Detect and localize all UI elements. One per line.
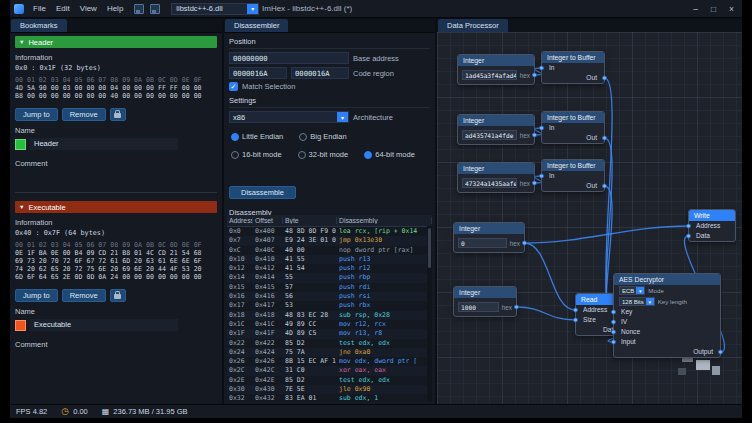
output-pin[interactable] xyxy=(718,350,723,355)
hex-preview: 00 01 02 03 04 05 06 07 08 09 0A 0B 0C 0… xyxy=(15,76,217,100)
input-pin[interactable] xyxy=(539,126,544,131)
jump-to-button[interactable]: Jump to xyxy=(15,289,58,302)
table-scrollbar[interactable] xyxy=(427,226,432,401)
table-row[interactable]: 0x240x42475 7Ajne 0xa0 xyxy=(227,348,432,357)
radio-16-bit-mode[interactable]: 16-bit mode xyxy=(231,150,282,159)
node-int1[interactable]: Integer1ad45a3f4afad4hex xyxy=(457,54,535,85)
node-int2[interactable]: Integerad435741a4fdehex xyxy=(457,114,535,145)
color-swatch[interactable] xyxy=(15,320,26,331)
radio-64-bit-mode[interactable]: 64-bit mode xyxy=(364,150,415,159)
radio-big-endian[interactable]: Big Endian xyxy=(299,132,346,141)
mode-select[interactable]: ECB▾ xyxy=(619,286,645,295)
table-row[interactable]: 0x180x41848 83 EC 28sub rsp, 0x28 xyxy=(227,311,432,320)
bookmark-header[interactable]: ▼Header xyxy=(15,36,217,48)
cell-address: 0x10 xyxy=(227,255,253,264)
node-buf2[interactable]: Integer to BufferInOut xyxy=(541,111,605,144)
code-region-end-input[interactable]: 0000016A xyxy=(291,67,349,79)
architecture-select[interactable]: x86 ▾ xyxy=(229,111,349,123)
output-pin[interactable] xyxy=(532,73,537,78)
node-buf1[interactable]: Integer to BufferInOut xyxy=(541,51,605,84)
table-row[interactable]: 0x150x41557push rdi xyxy=(227,283,432,292)
lock-button[interactable] xyxy=(110,108,126,121)
table-row[interactable]: 0x140x41455push rbp xyxy=(227,273,432,282)
match-selection-checkbox[interactable]: ✓ Match Selection xyxy=(229,82,430,91)
minimize-button[interactable]: – xyxy=(693,4,698,14)
node-write[interactable]: WriteAddressData xyxy=(688,209,736,242)
save-icon[interactable] xyxy=(134,4,144,14)
radio-little-endian[interactable]: Little Endian xyxy=(231,132,283,141)
menu-help[interactable]: Help xyxy=(102,4,128,13)
table-row[interactable]: 0x170x41753push rbx xyxy=(227,301,432,310)
table-row[interactable]: 0xC0x40C40 00nop dword ptr [rax] xyxy=(227,246,432,255)
input-pin[interactable] xyxy=(573,308,578,313)
integer-value-input[interactable]: 47324a1435aafe xyxy=(462,178,517,188)
table-row[interactable]: 0x1C0x41C49 89 CCmov r12, rcx xyxy=(227,320,432,329)
input-pin[interactable] xyxy=(539,66,544,71)
table-row[interactable]: 0x00x40048 8D 0D F9 0lea rcx, [rip + 0x1… xyxy=(227,227,432,236)
bookmark-name-input[interactable]: Header xyxy=(30,138,178,150)
input-pin[interactable] xyxy=(611,310,616,315)
cell-disassembly: push r12 xyxy=(337,264,432,273)
input-pin[interactable] xyxy=(539,174,544,179)
table-row[interactable]: 0x120x41241 54push r12 xyxy=(227,264,432,273)
bookmark-name-input[interactable]: Executable xyxy=(30,319,178,331)
scrollbar-thumb[interactable] xyxy=(428,228,431,268)
input-pin[interactable] xyxy=(686,224,691,229)
output-pin[interactable] xyxy=(602,136,607,141)
menu-edit[interactable]: Edit xyxy=(51,4,75,13)
integer-value-input[interactable]: ad435741a4fde xyxy=(462,130,517,140)
node-buf3[interactable]: Integer to BufferInOut xyxy=(541,159,605,192)
remove-button[interactable]: Remove xyxy=(62,108,106,121)
save-all-icon[interactable] xyxy=(150,4,160,14)
tab-disassembler[interactable]: Disassembler xyxy=(225,19,288,32)
node-int4[interactable]: Integer0hex xyxy=(453,222,525,253)
output-pin[interactable] xyxy=(602,76,607,81)
table-row[interactable]: 0x2E0x42E85 D2test edx, edx xyxy=(227,376,432,385)
table-row[interactable]: 0x160x41656push rsi xyxy=(227,292,432,301)
table-row[interactable]: 0x320x43283 EA 01sub edx, 1 xyxy=(227,394,432,401)
bookmark-header[interactable]: ▼Executable xyxy=(15,201,217,213)
node-int5[interactable]: Integer1000hex xyxy=(453,286,517,317)
disassemble-button[interactable]: Disassemble xyxy=(229,186,296,199)
output-pin[interactable] xyxy=(532,181,537,186)
output-pin[interactable] xyxy=(514,305,519,310)
table-row[interactable]: 0x260x4268B 15 EC AF 1mov edx, dword ptr… xyxy=(227,357,432,366)
table-row[interactable]: 0x220x42285 D2test edx, edx xyxy=(227,339,432,348)
table-row[interactable]: 0x300x4307E 5Ejle 0x90 xyxy=(227,385,432,394)
table-row[interactable]: 0x70x407E9 24 3E 01 0jmp 0x13e30 xyxy=(227,236,432,245)
data-processor-tabbar: Data Processor xyxy=(437,19,742,33)
jump-to-button[interactable]: Jump to xyxy=(15,108,58,121)
table-row[interactable]: 0x100x41041 55push r13 xyxy=(227,255,432,264)
tab-data-processor[interactable]: Data Processor xyxy=(438,19,508,32)
code-region-start-input[interactable]: 0000016A xyxy=(229,67,287,79)
integer-value-input[interactable]: 1ad45a3f4afad4 xyxy=(462,70,517,80)
menu-file[interactable]: File xyxy=(28,4,51,13)
key-length-select[interactable]: 128 Bits▾ xyxy=(619,297,655,306)
radio-32-bit-mode[interactable]: 32-bit mode xyxy=(298,150,349,159)
input-pin[interactable] xyxy=(611,320,616,325)
integer-value-input[interactable]: 0 xyxy=(458,238,507,248)
menu-view[interactable]: View xyxy=(75,4,102,13)
table-row[interactable]: 0x2C0x42C31 C0xor eax, eax xyxy=(227,366,432,375)
tab-bookmarks[interactable]: Bookmarks xyxy=(11,19,67,32)
file-selector[interactable]: libstdc++-6.dll ▾ xyxy=(171,3,259,15)
input-pin[interactable] xyxy=(611,340,616,345)
lock-button[interactable] xyxy=(110,289,126,302)
node-aes[interactable]: AES DecryptorECB▾Mode128 Bits▾Key length… xyxy=(613,273,721,358)
output-pin[interactable] xyxy=(522,241,527,246)
remove-button[interactable]: Remove xyxy=(62,289,106,302)
table-row[interactable]: 0x1F0x41F4D 89 C5mov r13, r8 xyxy=(227,329,432,338)
output-pin[interactable] xyxy=(532,133,537,138)
integer-value-input[interactable]: 1000 xyxy=(458,302,499,312)
close-button[interactable]: × xyxy=(729,4,734,14)
input-pin[interactable] xyxy=(573,318,578,323)
input-pin[interactable] xyxy=(686,234,691,239)
node-int3[interactable]: Integer47324a1435aafehex xyxy=(457,162,535,193)
output-pin[interactable] xyxy=(602,184,607,189)
color-swatch[interactable] xyxy=(15,139,26,150)
input-pin[interactable] xyxy=(611,330,616,335)
base-address-input[interactable]: 00000000 xyxy=(229,52,349,64)
node-canvas[interactable]: Integer1ad45a3f4afad4hexInteger to Buffe… xyxy=(437,32,742,404)
maximize-button[interactable]: □ xyxy=(711,4,716,14)
cell-offset: 0x416 xyxy=(253,292,283,301)
